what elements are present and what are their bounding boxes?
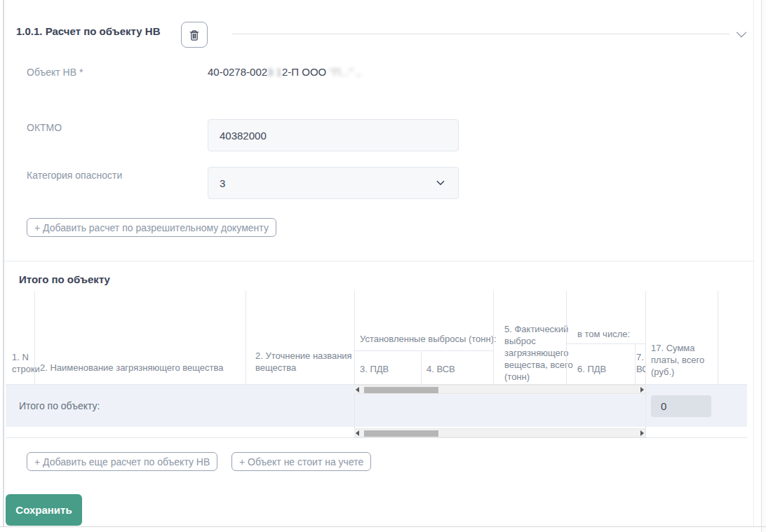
scrollbar-thumb[interactable] [364, 387, 438, 393]
header-divider [232, 34, 730, 34]
col-header-substance-name: 2. Наименование загрязняющего вещества [40, 362, 223, 374]
collapse-section-button[interactable] [732, 27, 751, 42]
col-group-established-emissions: Установленные выбросы (тонн): [360, 333, 497, 345]
object-nv-value-redacted: 3 1 [267, 66, 282, 78]
chevron-down-icon [434, 177, 447, 189]
horizontal-scrollbar-bottom[interactable] [354, 428, 645, 437]
hazard-category-label: Категория опасности [27, 170, 122, 181]
object-nv-value-part: 2-П ООО [282, 66, 329, 78]
divider [421, 350, 422, 384]
divider [635, 343, 636, 384]
chevron-down-icon [734, 27, 749, 42]
divider [354, 291, 355, 437]
total-row-label: Итого по объекту: [19, 400, 100, 411]
col-group-including: в том числе: [577, 328, 630, 340]
arrow-right-icon[interactable] [640, 430, 644, 436]
arrow-right-icon[interactable] [640, 387, 644, 393]
add-permit-calc-button[interactable]: + Добавить расчет по разрешительному док… [27, 218, 276, 237]
divider [246, 291, 246, 384]
object-not-registered-button[interactable]: + Объект не стоит на учете [231, 452, 371, 471]
col-header-pdv-6: 6. ПДВ [577, 363, 606, 375]
page-scrollbar-track[interactable] [761, 0, 766, 532]
panel-left-border [3, 0, 4, 526]
totals-table: 1. N строки 2. Наименование загрязняющег… [6, 291, 747, 439]
delete-calculation-button[interactable] [181, 22, 208, 48]
add-object-calc-button[interactable]: + Добавить еще расчет по объекту НВ [27, 452, 217, 471]
object-nv-value: 40-0278-0023 12-П ООО "П..." ,. [208, 66, 362, 78]
trash-icon [187, 28, 201, 42]
col-header-total-payment: 17. Сумма платы, всего (руб.) [651, 342, 715, 378]
object-nv-label: Объект НВ * [27, 67, 83, 78]
divider [493, 291, 494, 384]
divider [718, 291, 718, 384]
save-button[interactable]: Сохранить [6, 494, 82, 526]
col-header-vsv-7-clipped: 7. ВС [636, 351, 645, 375]
object-nv-value-redacted: "П..." ,. [329, 66, 361, 78]
divider [566, 291, 567, 384]
col-header-row-number: 1. N строки [12, 351, 40, 375]
col-header-pdv: 3. ПДВ [360, 363, 389, 375]
col-header-actual-emission: 5. Фактический выброс загрязняющего веще… [504, 323, 574, 383]
table-scroll-viewport[interactable]: Установленные выбросы (тонн): 3. ПДВ 4. … [354, 291, 645, 384]
calculation-section-title: 1.0.1. Расчет по объекту НВ [16, 25, 160, 37]
total-row [354, 394, 645, 427]
totals-section-title: Итого по объекту [19, 273, 110, 285]
hazard-category-value: 3 [220, 177, 225, 189]
object-nv-value-part: 40-0278-002 [208, 66, 267, 78]
hazard-category-select[interactable]: 3 [208, 167, 459, 199]
scrollbar-thumb[interactable] [364, 430, 438, 437]
col-header-substance-clarification: 2. Уточнение названия вещества [255, 350, 355, 374]
divider [354, 350, 493, 351]
divider [645, 291, 646, 437]
total-sum-field: 0 [651, 395, 711, 417]
arrow-left-icon[interactable] [356, 387, 359, 393]
horizontal-scrollbar-top[interactable] [354, 385, 645, 394]
divider [6, 437, 747, 438]
panel-right-border [753, 0, 754, 526]
divider [566, 343, 645, 344]
oktmo-label: ОКТМО [27, 122, 62, 133]
panel-bottom-border [0, 526, 766, 527]
section-divider [4, 261, 754, 261]
divider [34, 291, 35, 384]
oktmo-input[interactable] [208, 119, 459, 151]
col-header-vsv: 4. ВСВ [426, 363, 455, 375]
arrow-left-icon[interactable] [356, 430, 359, 436]
